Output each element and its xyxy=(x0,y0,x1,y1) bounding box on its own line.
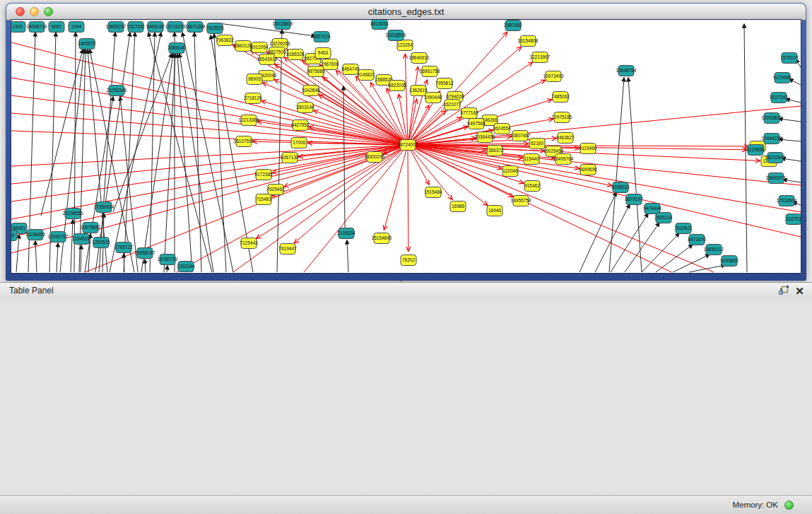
graph-node[interactable]: 12213967 xyxy=(530,52,551,63)
graph-node[interactable]: 17016504 xyxy=(777,196,797,206)
graph-node[interactable]: 1292344 xyxy=(177,262,195,272)
graph-node[interactable]: 8912954 xyxy=(250,42,269,53)
graph-node[interactable]: 9146821 xyxy=(357,70,375,81)
graph-node[interactable]: 2987682 xyxy=(504,21,522,31)
graph-node[interactable]: 11156859 xyxy=(25,230,45,240)
graph-node[interactable]: 1515484 xyxy=(424,187,442,198)
graph-node[interactable]: 10807487 xyxy=(510,131,531,141)
graph-node[interactable]: 9129966 xyxy=(773,73,792,83)
graph-node[interactable]: 6497568 xyxy=(467,119,486,129)
graph-node[interactable]: 2105334 xyxy=(337,228,355,239)
graph-node[interactable]: 16495764 xyxy=(553,154,574,165)
graph-node[interactable]: 18671388 xyxy=(185,22,206,33)
graph-node[interactable]: 12942757 xyxy=(48,232,69,243)
graph-node[interactable]: 9777169 xyxy=(460,108,478,119)
graph-node[interactable]: 7615523 xyxy=(206,23,224,34)
graph-node[interactable]: 12093822 xyxy=(762,113,782,124)
graph-node[interactable]: 12975185 xyxy=(552,112,572,123)
graph-node[interactable]: 7955812 xyxy=(435,78,454,89)
graph-node[interactable]: 8813054 xyxy=(370,20,389,30)
graph-node[interactable]: 1990448 xyxy=(424,93,442,103)
graph-node[interactable]: 8857224 xyxy=(312,32,331,42)
graph-node[interactable]: 18300295 xyxy=(365,152,385,163)
graph-node[interactable]: 3624554 xyxy=(493,124,511,134)
graph-node[interactable]: 16543912 xyxy=(257,54,278,65)
graph-node[interactable]: 18724007 xyxy=(398,140,418,151)
graph-node[interactable]: 2343 xyxy=(11,22,25,33)
graph-node[interactable]: 15692971 xyxy=(766,173,787,184)
graph-node[interactable]: 8215958 xyxy=(746,145,765,156)
graph-node[interactable]: 20364456 xyxy=(475,132,495,143)
graph-node[interactable]: 16961758 xyxy=(420,66,440,77)
graph-node[interactable]: 9699695 xyxy=(579,165,597,175)
graph-node[interactable]: 1795722 xyxy=(114,243,133,253)
graph-node[interactable]: 14955754 xyxy=(511,196,531,206)
graph-node[interactable]: 1250515 xyxy=(92,238,110,248)
graph-node[interactable]: 1154519 xyxy=(73,234,90,245)
graph-node[interactable]: 6879197 xyxy=(625,194,643,205)
graph-node[interactable]: 10653287 xyxy=(106,22,126,33)
graph-node[interactable]: 7386372 xyxy=(486,146,504,156)
graph-node[interactable]: 116753 xyxy=(786,214,801,225)
graph-node[interactable]: 15154845 xyxy=(372,233,392,244)
graph-node[interactable]: 10973493 xyxy=(543,71,564,82)
graph-node[interactable]: 17006 xyxy=(291,138,307,148)
graph-node[interactable]: 8938923 xyxy=(611,182,630,193)
graph-node[interactable]: 19958167 xyxy=(135,248,155,259)
graph-node[interactable]: 62160 xyxy=(529,139,545,149)
graph-node[interactable]: 6466160 xyxy=(146,22,165,33)
graph-node[interactable]: 7632621 xyxy=(674,223,693,234)
graph-node[interactable]: 9115460 xyxy=(579,144,597,154)
graph-node[interactable]: 10975887 xyxy=(81,223,101,233)
graph-node[interactable]: 915462 xyxy=(524,181,540,192)
graph-node[interactable]: 16946 xyxy=(487,206,502,216)
graph-node[interactable]: 2089140 xyxy=(167,43,186,54)
graph-node[interactable]: 7125443 xyxy=(240,238,258,249)
graph-node[interactable]: 8471676 xyxy=(688,235,706,245)
graph-node[interactable]: 9245652 xyxy=(720,256,739,267)
graph-node[interactable]: 3919 xyxy=(11,230,17,241)
graph-node[interactable]: 1575107 xyxy=(780,53,799,64)
graph-node[interactable]: 7485063 xyxy=(551,92,570,103)
graph-node[interactable]: 12444158 xyxy=(762,134,782,144)
graph-node[interactable]: 8860128 xyxy=(234,41,252,52)
graph-node[interactable]: 21053346 xyxy=(107,86,127,96)
window-titlebar[interactable]: citations_edges.txt xyxy=(6,4,806,21)
graph-node[interactable]: 9242848 xyxy=(302,86,320,96)
graph-node[interactable]: 76202 xyxy=(401,255,416,266)
graph-node[interactable]: 2803144 xyxy=(296,103,314,113)
graph-node[interactable]: 8267130 xyxy=(281,153,299,163)
graph-node[interactable]: 122046 xyxy=(502,166,518,177)
graph-node[interactable]: 123254 xyxy=(397,40,413,51)
graph-node[interactable]: 16782759 xyxy=(158,255,178,265)
graph-node[interactable]: 17359924 xyxy=(94,202,114,213)
graph-node[interactable]: 10719155 xyxy=(165,22,186,33)
graph-node[interactable]: 18640910 xyxy=(409,53,430,64)
graph-node[interactable]: 1044 xyxy=(69,22,84,33)
graph-node[interactable]: 7619447 xyxy=(278,244,297,255)
graph-node[interactable]: 2935114 xyxy=(655,213,673,223)
graph-node[interactable]: 9875685 xyxy=(307,66,325,77)
graph-node[interactable]: 1405572 xyxy=(78,39,96,49)
graph-node[interactable]: 19218506 xyxy=(386,30,406,41)
graph-node[interactable]: 12213364 xyxy=(239,115,259,126)
float-panel-icon[interactable] xyxy=(779,286,789,296)
graph-node[interactable]: 9061 xyxy=(49,22,64,33)
graph-node[interactable]: 20206556 xyxy=(63,209,83,219)
graph-node[interactable]: 98905 xyxy=(247,74,262,85)
graph-node[interactable]: 7625462 xyxy=(266,185,285,195)
graph-node[interactable]: 1527602 xyxy=(126,22,145,33)
network-canvas[interactable]: 1872400779638228860128891295423226058982… xyxy=(11,20,801,273)
graph-node[interactable]: 7963822 xyxy=(216,35,234,46)
graph-node[interactable]: 8427552 xyxy=(291,120,310,131)
graph-node[interactable]: 1621077 xyxy=(443,100,461,110)
graph-node[interactable]: 16986 xyxy=(450,201,466,212)
graph-node[interactable]: 5463 xyxy=(315,48,331,59)
graph-node[interactable]: 2718126 xyxy=(244,93,262,104)
graph-node[interactable]: 18107554 xyxy=(234,136,254,147)
graph-node[interactable]: 14055724 xyxy=(27,22,47,33)
graph-node[interactable]: 115440 xyxy=(524,154,539,165)
graph-node[interactable]: 16648784 xyxy=(616,66,637,76)
graph-node[interactable]: 16210645 xyxy=(765,153,786,163)
graph-node[interactable]: 6822035 xyxy=(388,81,406,91)
